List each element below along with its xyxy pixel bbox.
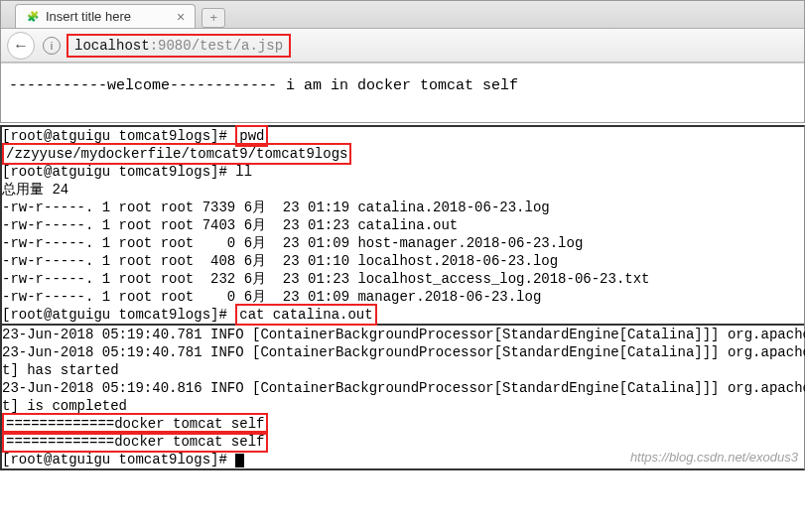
new-tab-button[interactable]: + <box>201 8 225 28</box>
terminal-line: -rw-r-----. 1 root root 0 6月 23 01:09 ho… <box>2 234 804 252</box>
tab-title: Insert title here <box>46 9 131 24</box>
terminal-line: 总用量 24 <box>2 181 804 199</box>
terminal-line: 23-Jun-2018 05:19:40.816 INFO [Container… <box>2 379 804 397</box>
tab-close-icon[interactable]: × <box>177 9 185 25</box>
url-path: :9080/test/a.jsp <box>150 38 283 54</box>
terminal-line: t] has started <box>2 361 804 379</box>
cursor-icon <box>235 454 244 467</box>
page-content: -----------welcome------------ i am in d… <box>1 63 804 122</box>
terminal-line: 23-Jun-2018 05:19:40.781 INFO [Container… <box>2 326 804 343</box>
terminal-line: 23-Jun-2018 05:19:40.781 INFO [Container… <box>2 343 804 361</box>
terminal-line: [root@atguigu tomcat9logs]# ll <box>2 163 804 181</box>
page-body-text: -----------welcome------------ i am in d… <box>9 77 518 94</box>
terminal[interactable]: [root@atguigu tomcat9logs]# pwd /zzyyuse… <box>0 125 805 470</box>
back-button[interactable]: ← <box>7 32 35 60</box>
highlight-box: =============docker tomcat self <box>2 431 268 453</box>
url-highlight-box: localhost:9080/test/a.jsp <box>67 34 291 58</box>
terminal-line: -rw-r-----. 1 root root 408 6月 23 01:10 … <box>2 252 804 270</box>
browser-window: 🧩 Insert title here × + ← i localhost:90… <box>0 0 805 123</box>
terminal-line: -rw-r-----. 1 root root 0 6月 23 01:09 ma… <box>2 288 804 306</box>
browser-tab[interactable]: 🧩 Insert title here × <box>15 4 196 28</box>
terminal-line: -rw-r-----. 1 root root 7339 6月 23 01:19… <box>2 199 804 216</box>
terminal-line: /zzyyuse/mydockerfile/tomcat9/tomcat9log… <box>2 145 804 163</box>
terminal-line: -rw-r-----. 1 root root 232 6月 23 01:23 … <box>2 270 804 288</box>
address-bar: ← i localhost:9080/test/a.jsp <box>1 29 804 63</box>
terminal-line: -rw-r-----. 1 root root 7403 6月 23 01:23… <box>2 216 804 234</box>
site-info-icon[interactable]: i <box>43 37 61 55</box>
url-host: localhost <box>74 38 150 54</box>
tab-bar: 🧩 Insert title here × + <box>1 1 804 29</box>
highlight-box: /zzyyuse/mydockerfile/tomcat9/tomcat9log… <box>2 143 351 165</box>
terminal-line: [root@atguigu tomcat9logs]# cat catalina… <box>2 306 804 324</box>
highlight-box: cat catalina.out <box>235 304 376 326</box>
tab-favicon-icon: 🧩 <box>26 10 40 24</box>
watermark: https://blog.csdn.net/exodus3 <box>630 449 798 466</box>
url-field[interactable]: localhost:9080/test/a.jsp <box>67 34 798 58</box>
